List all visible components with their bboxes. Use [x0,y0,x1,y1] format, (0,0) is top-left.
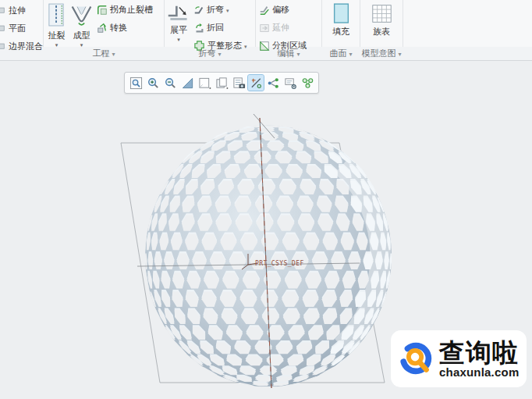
flatten-icon [167,1,190,24]
ribbon-item-corner-relief[interactable]: 拐角止裂槽 [97,2,153,18]
ribbon-empty-area [403,0,532,60]
dropdown-arrow-icon[interactable]: ▾ [177,37,180,42]
bend-icon [193,5,204,16]
ribbon-item-extend: 延伸 [259,20,321,36]
convert-icon [97,23,108,34]
ribbon-group-bend: 展平 ▾ 折弯 折回 平整形态 折弯 [165,0,255,61]
group-label-surface[interactable]: 曲面 [322,48,360,59]
offset-icon [259,5,270,16]
group-label-model-intent[interactable]: 模型意图 [360,48,403,59]
ribbon-item-boundary-blend[interactable]: 边界混合 [0,37,43,55]
ribbon-item-offset[interactable]: 偏移 [259,2,321,18]
repaint-icon[interactable] [179,75,195,91]
graphics-toolbar [124,72,319,94]
extrude-icon [0,6,6,15]
ribbon-item-extrude[interactable]: 拉伸 [0,2,43,20]
watermark-domain: chaxunla.com [439,366,519,378]
dropdown-arrow-icon[interactable]: ▾ [80,42,83,48]
creo-window: PRT_CSYS_DEF 拉伸 平面 边界混合 扯裂 ▾ [0,0,532,399]
zoom-fit-icon[interactable] [128,75,144,91]
display-style-icon[interactable] [197,75,212,91]
ribbon-item-bend[interactable]: 折弯 [193,2,247,18]
watermark-title: 查询啦 [439,340,519,365]
view-manager-icon[interactable] [231,75,246,91]
watermark: 查询啦 chaxunla.com [391,330,527,387]
chaxunla-logo-icon [397,340,436,379]
ribbon-group-surface: 填充 曲面 [322,0,360,61]
family-table-icon [371,1,392,26]
dropdown-arrow-icon[interactable]: ▾ [55,42,59,48]
form-icon [69,1,94,30]
datum-display-icon[interactable] [248,75,264,91]
corner-relief-icon [97,5,108,16]
ribbon-item-plane[interactable]: 平面 [0,20,43,37]
zoom-in-icon[interactable] [145,75,161,91]
plane-icon [0,24,6,33]
extend-icon [259,23,270,34]
bend-back-icon [193,23,204,34]
annotation-display-icon[interactable] [265,75,281,91]
ribbon-group-model-intent: 族表 模型意图 [360,0,403,61]
ribbon-item-convert[interactable]: 转换 [97,20,153,36]
boundary-blend-icon [0,42,6,51]
rip-icon [47,1,66,30]
ribbon-item-bend-back[interactable]: 折回 [193,20,247,36]
spin-center-icon[interactable] [300,75,315,91]
ribbon-group-engineering: 扯裂 ▾ 成型 ▾ 拐角止裂槽 转换 工程 [44,0,164,61]
ribbon-shapes-column: 拉伸 平面 边界混合 [0,0,43,62]
saved-orientations-icon[interactable] [214,75,229,91]
zoom-out-icon[interactable] [162,75,178,91]
group-label-engineering[interactable]: 工程 [44,48,164,59]
ribbon: 拉伸 平面 边界混合 扯裂 ▾ 成型 ▾ [0,0,532,61]
fill-icon [332,1,350,26]
show-annotations-icon[interactable] [282,75,298,91]
ribbon-group-edit: 偏移 延伸 分割区域 编辑 [256,0,321,61]
group-label-edit[interactable]: 编辑 [256,48,321,59]
csys-label[interactable]: PRT_CSYS_DEF [255,260,304,267]
group-label-bend[interactable]: 折弯 [165,48,255,59]
